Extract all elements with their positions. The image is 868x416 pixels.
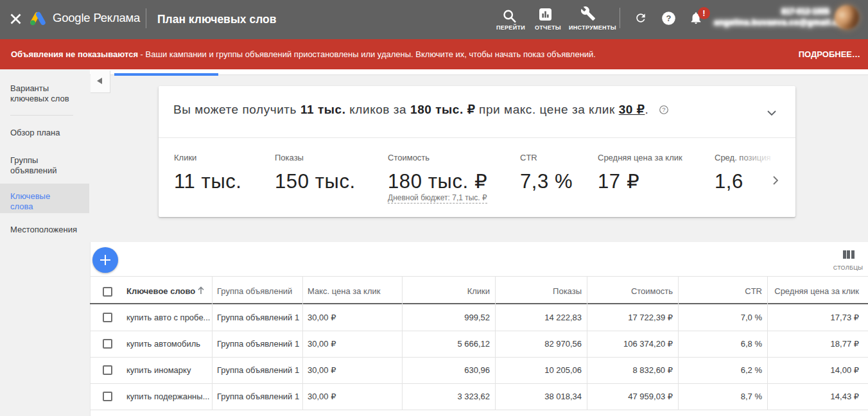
svg-text:?: ? [666, 13, 672, 23]
svg-text:?: ? [662, 106, 665, 113]
